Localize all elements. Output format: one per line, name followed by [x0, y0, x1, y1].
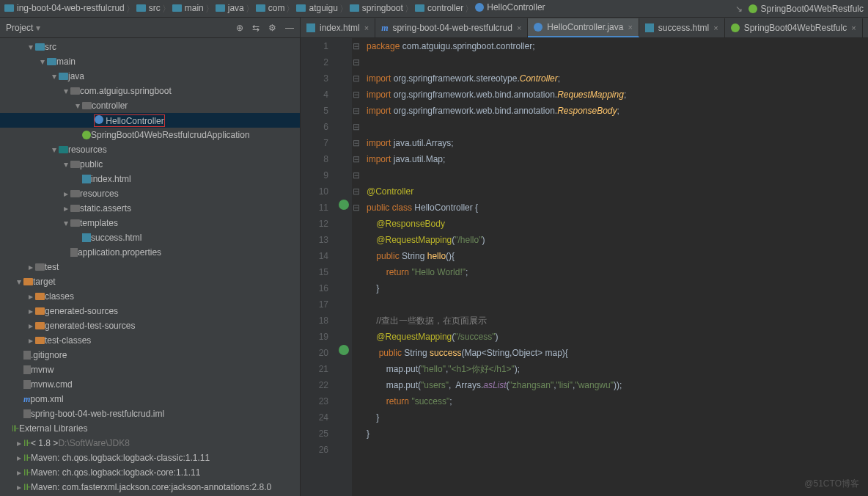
tree-item[interactable]: ▸ resources: [0, 186, 300, 201]
tree-item[interactable]: ▾ src: [0, 40, 300, 54]
tree-arrow-icon[interactable]: ▸: [26, 335, 35, 346]
fold-marker[interactable]: ⊟: [352, 54, 361, 70]
tree-item[interactable]: ▸ ⊪Maven: ch.qos.logback:logback-classic…: [0, 451, 300, 465]
tree-item[interactable]: SpringBoot04WebRestfulcrudApplication: [0, 128, 300, 142]
tree-item[interactable]: ▾ resources: [0, 142, 300, 157]
spring-gutter-icon[interactable]: [339, 345, 349, 355]
tree-item[interactable]: mpom.xml: [0, 392, 300, 406]
fold-marker[interactable]: ⊟: [352, 103, 361, 119]
project-tree[interactable]: ▾ src ▾ main ▾ java ▾ com.atguigu.spring…: [0, 38, 300, 496]
code-line[interactable]: return "Hello World!";: [367, 264, 868, 280]
breadcrumb-item[interactable]: java: [216, 3, 244, 13]
fold-marker[interactable]: ⊟: [352, 183, 361, 200]
breadcrumb-item[interactable]: com: [256, 3, 285, 13]
breadcrumb-item[interactable]: atguigu: [296, 3, 337, 13]
tree-item[interactable]: index.html: [0, 172, 300, 186]
tree-arrow-icon[interactable]: ▾: [38, 56, 47, 67]
editor-tab[interactable]: success.html ×: [639, 18, 725, 37]
collapse-icon[interactable]: ⇆: [252, 23, 260, 33]
tree-item[interactable]: ▸ generated-sources: [0, 304, 300, 318]
tree-item[interactable]: ▸ test: [0, 260, 300, 274]
tree-arrow-icon[interactable]: ▸: [15, 467, 23, 478]
tree-arrow-icon[interactable]: ▸: [26, 262, 35, 272]
code-line[interactable]: import java.util.Arrays;: [367, 135, 868, 151]
breadcrumb-item[interactable]: ing-boot-04-web-restfulcrud: [4, 3, 125, 13]
tree-item[interactable]: spring-boot-04-web-restfulcrud.iml: [0, 406, 300, 421]
target-icon[interactable]: ⊕: [236, 23, 243, 33]
tree-arrow-icon[interactable]: ▸: [26, 291, 35, 302]
tree-item[interactable]: ▸ static.asserts: [0, 201, 300, 216]
close-icon[interactable]: ×: [851, 23, 856, 32]
close-icon[interactable]: ×: [713, 23, 718, 32]
code-line[interactable]: [367, 54, 868, 70]
tree-item[interactable]: ▸ ⊪< 1.8 > D:\SoftWare\JDK8: [0, 436, 300, 451]
fold-marker[interactable]: ⊟: [352, 38, 361, 54]
code-line[interactable]: public class HelloController {: [367, 200, 868, 216]
tree-item[interactable]: success.html: [0, 230, 300, 245]
tree-arrow-icon[interactable]: ▾: [62, 159, 70, 169]
tree-arrow-icon[interactable]: ▸: [15, 482, 23, 492]
tree-arrow-icon[interactable]: ▸: [26, 306, 35, 316]
fold-marker[interactable]: ⊟: [352, 200, 361, 216]
code-line[interactable]: }: [367, 409, 868, 426]
hide-icon[interactable]: —: [285, 23, 294, 33]
tree-arrow-icon[interactable]: ▾: [62, 86, 70, 96]
code-line[interactable]: [367, 119, 868, 135]
fold-marker[interactable]: ⊟: [352, 135, 361, 151]
tree-arrow-icon[interactable]: ▾: [26, 42, 35, 52]
code-line[interactable]: @RequestMapping("/hello"): [367, 232, 868, 248]
tree-item[interactable]: ▸ ⊪Maven: com.fasterxml.jackson.core:jac…: [0, 480, 300, 495]
tree-item[interactable]: ▸ ⊪Maven: ch.qos.logback:logback-core:1.…: [0, 465, 300, 480]
breadcrumb-item[interactable]: springboot: [350, 3, 403, 13]
breadcrumb-item[interactable]: src: [136, 3, 161, 13]
tree-item[interactable]: ▾ templates: [0, 216, 300, 230]
tree-item[interactable]: ▸ test-classes: [0, 333, 300, 348]
tree-item[interactable]: ▾ com.atguigu.springboot: [0, 84, 300, 98]
tree-arrow-icon[interactable]: ▾: [62, 218, 70, 228]
code-editor[interactable]: 1234567891011121314151617181920212223242…: [301, 38, 868, 496]
fold-marker[interactable]: ⊟: [352, 167, 361, 183]
close-icon[interactable]: ×: [628, 23, 632, 32]
code-line[interactable]: }: [367, 280, 868, 296]
code-line[interactable]: [367, 296, 868, 313]
code-line[interactable]: }: [367, 426, 868, 442]
tree-arrow-icon[interactable]: ▸: [26, 321, 35, 331]
close-icon[interactable]: ×: [517, 23, 521, 32]
code-line[interactable]: //查出一些数据，在页面展示: [367, 313, 868, 329]
tree-item[interactable]: mvnw: [0, 362, 300, 377]
code-line[interactable]: [367, 442, 868, 458]
tree-arrow-icon[interactable]: ▸: [15, 438, 23, 448]
editor-tab[interactable]: SpringBoot04WebRestfulc ×: [725, 18, 863, 37]
tree-arrow-icon[interactable]: ▾: [15, 277, 23, 287]
code-line[interactable]: import org.springframework.web.bind.anno…: [367, 103, 868, 119]
fold-marker[interactable]: ⊟: [352, 87, 361, 103]
close-icon[interactable]: ×: [364, 23, 369, 32]
tree-item[interactable]: .gitignore: [0, 348, 300, 362]
code-line[interactable]: map.put("users", Arrays.asList("zhangsan…: [367, 377, 868, 393]
code-line[interactable]: @ResponseBody: [367, 216, 868, 232]
editor-tab[interactable]: HelloController.java ×: [528, 18, 639, 37]
code-line[interactable]: import org.springframework.stereotype.Co…: [367, 70, 868, 87]
tree-arrow-icon[interactable]: ▾: [50, 145, 59, 155]
fold-marker[interactable]: ⊟: [352, 70, 361, 87]
code-line[interactable]: @Controller: [367, 183, 868, 200]
code-line[interactable]: public String success(Map<String,Object>…: [367, 345, 868, 361]
fold-marker[interactable]: ⊟: [352, 151, 361, 167]
breadcrumb-item[interactable]: HelloController: [475, 2, 545, 12]
tree-item[interactable]: mvnw.cmd: [0, 377, 300, 392]
run-config[interactable]: SpringBoot04WebRestfulc: [749, 4, 864, 14]
code-line[interactable]: @RequestMapping("/success"): [367, 329, 868, 345]
breadcrumb-item[interactable]: main: [172, 3, 204, 13]
fold-marker[interactable]: ⊟: [352, 119, 361, 135]
tree-item[interactable]: ▾ target: [0, 274, 300, 289]
editor-tab[interactable]: index.html ×: [301, 18, 375, 37]
tree-item[interactable]: ▸ generated-test-sources: [0, 318, 300, 333]
tree-item[interactable]: ⊪External Libraries: [0, 421, 300, 436]
tree-item[interactable]: ▾ public: [0, 157, 300, 172]
tree-item[interactable]: application.properties: [0, 245, 300, 260]
tree-arrow-icon[interactable]: ▸: [62, 203, 70, 214]
tree-item[interactable]: ▸ classes: [0, 289, 300, 304]
code-line[interactable]: import java.util.Map;: [367, 151, 868, 167]
tree-item[interactable]: ▾ java: [0, 69, 300, 84]
tree-arrow-icon[interactable]: ▸: [62, 189, 70, 199]
